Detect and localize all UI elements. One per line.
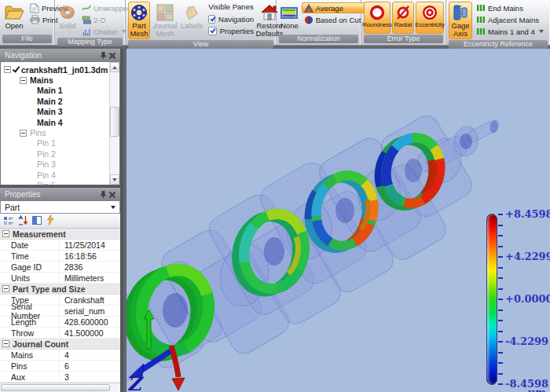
collapse-box-icon[interactable] xyxy=(2,285,9,292)
ribbon-group-mapping-type: Solid Unwrapped 2-D Chatter Mapping Type xyxy=(55,0,126,45)
radial-label: Radial xyxy=(394,22,412,28)
categorized-view-button[interactable] xyxy=(3,215,14,227)
left-panel-column: Navigation crankshaft1_jn01.3dm Mains Ma… xyxy=(0,49,123,392)
tree-item-root[interactable]: crankshaft1_jn01.3dm xyxy=(1,64,109,75)
category-part-type-and-size[interactable]: Part Type and Size xyxy=(0,284,120,295)
pin-icon[interactable] xyxy=(98,190,108,200)
collapse-box-icon[interactable] xyxy=(2,230,9,237)
properties-panel: Properties Part xyxy=(0,188,120,392)
ribbon-group-label-normalization: Normalization xyxy=(279,35,358,43)
scrollbar-thumb[interactable] xyxy=(110,107,119,137)
properties-pane-checkbox[interactable]: Properties xyxy=(208,25,254,36)
scrollbar-track[interactable] xyxy=(110,72,119,174)
tree-item-pins[interactable]: Pins xyxy=(1,127,109,137)
property-row-gage-id[interactable]: Gage ID2836 xyxy=(0,262,120,273)
properties-horizontal-scrollbar[interactable] xyxy=(0,383,120,392)
adjacent-mains-button[interactable]: Adjacent Mains xyxy=(474,14,546,25)
category-measurement[interactable]: Measurement xyxy=(0,229,120,240)
properties-object-select[interactable]: Part xyxy=(0,201,120,214)
scroll-up-button[interactable] xyxy=(110,62,119,72)
adjacent-mains-icon xyxy=(476,16,486,24)
navigation-panel-titlebar: Navigation xyxy=(0,49,120,62)
property-row-pins[interactable]: Pins6 xyxy=(0,361,120,372)
mains-1-and-4-label: Mains 1 and 4 xyxy=(488,27,535,36)
property-row-throw[interactable]: Throw41.500000 xyxy=(0,328,120,339)
scrollbar-thumb[interactable] xyxy=(1,384,110,391)
tree-item-label: Pin 5 xyxy=(37,181,56,185)
color-scale-ticks xyxy=(498,214,503,385)
end-mains-button[interactable]: End Mains xyxy=(474,2,546,13)
part-mesh-button[interactable]: Part Mesh xyxy=(128,2,150,39)
checkmark-icon xyxy=(13,64,20,72)
mains-1-and-4-dropdown-arrow-icon xyxy=(539,30,544,33)
property-pages-button[interactable] xyxy=(31,215,42,227)
navigation-scrollbar[interactable] xyxy=(109,62,119,185)
ribbon-group-eccentricity-reference: Gage Axis End Mains Adjacent Mains Mains… xyxy=(446,0,550,45)
tree-item-pin-3[interactable]: Pin 3 xyxy=(1,159,109,170)
close-icon[interactable] xyxy=(108,190,117,200)
journal-mesh-button[interactable]: Journal Mesh xyxy=(152,2,178,39)
average-label: Average xyxy=(316,4,343,13)
collapse-box-icon[interactable] xyxy=(20,77,27,84)
navigation-tree: crankshaft1_jn01.3dm Mains Main 1 Main 2… xyxy=(1,62,109,185)
eccentricity-icon xyxy=(421,3,438,22)
none-button[interactable]: None xyxy=(279,2,300,34)
tree-item-pin-5[interactable]: Pin 5 xyxy=(1,180,109,185)
solid-label: Solid xyxy=(59,22,75,30)
mains-1-and-4-button[interactable]: Mains 1 and 4 xyxy=(474,26,546,37)
eccentricity-button[interactable]: Eccentricity xyxy=(416,2,444,34)
gage-axis-label: Gage Axis xyxy=(450,22,471,38)
radial-button[interactable]: Radial xyxy=(392,2,414,34)
navigation-checkbox-label: Navigation xyxy=(218,15,254,24)
tree-item-label: Main 2 xyxy=(37,97,63,106)
checkbox-checked-icon xyxy=(208,27,217,35)
tree-item-label: Pin 1 xyxy=(37,138,56,148)
end-mains-label: End Mains xyxy=(488,4,523,13)
navigation-pane-checkbox[interactable]: Navigation xyxy=(208,13,254,24)
tree-item-mains[interactable]: Mains xyxy=(1,75,109,85)
legend-tick-label: +8.4598 xyxy=(505,208,548,220)
printer-icon xyxy=(30,15,40,24)
property-row-aux[interactable]: Aux3 xyxy=(0,372,120,383)
open-button[interactable]: Open xyxy=(2,2,26,34)
tree-item-pin-4[interactable]: Pin 4 xyxy=(1,170,109,180)
property-row-date[interactable]: Date11/25/2014 xyxy=(0,240,120,251)
property-row-mains[interactable]: Mains4 xyxy=(0,350,120,361)
collapse-box-icon[interactable] xyxy=(20,130,27,137)
property-row-units[interactable]: UnitsMillimeters xyxy=(0,273,120,284)
gage-axis-button[interactable]: Gage Axis xyxy=(449,2,472,39)
scroll-down-button[interactable] xyxy=(110,174,119,185)
property-row-length[interactable]: Length428.600000 xyxy=(0,317,120,328)
adjacent-mains-label: Adjacent Mains xyxy=(488,16,539,24)
average-icon xyxy=(304,4,314,13)
model-viewport[interactable]: Z +8.4598 +4.2299 +0.0000 -4.2299 -8.459… xyxy=(126,49,550,392)
category-journal-count[interactable]: Journal Count xyxy=(0,339,120,350)
ribbon-group-view: Part Mesh Journal Mesh Labels Visible Pa… xyxy=(126,0,277,45)
none-label: None xyxy=(280,22,299,30)
end-mains-icon xyxy=(476,4,486,12)
checkbox-checked-icon xyxy=(208,15,215,24)
collapse-box-icon[interactable] xyxy=(4,66,11,73)
tree-item-main-2[interactable]: Main 2 xyxy=(1,96,109,106)
tree-item-pin-2[interactable]: Pin 2 xyxy=(1,148,109,159)
property-row-serial-number[interactable]: Serial Numberserial_num xyxy=(0,306,120,317)
ribbon-group-error-type: Roundness Radial Eccentricity Error Type xyxy=(361,0,446,45)
sort-alphabetical-button[interactable] xyxy=(17,215,28,227)
close-icon[interactable] xyxy=(108,51,117,60)
tree-item-label: crankshaft1_jn01.3dm xyxy=(21,65,108,75)
select-dropdown-arrow-icon xyxy=(111,206,116,209)
solid-button[interactable]: Solid xyxy=(57,2,78,37)
tree-item-pin-1[interactable]: Pin 1 xyxy=(1,138,109,148)
tree-item-main-3[interactable]: Main 3 xyxy=(1,107,109,117)
tree-item-label: Pin 3 xyxy=(37,159,56,169)
tree-item-main-1[interactable]: Main 1 xyxy=(1,86,109,96)
journal-mesh-label: Journal Mesh xyxy=(152,22,177,38)
tree-item-main-4[interactable]: Main 4 xyxy=(1,117,109,127)
labels-button[interactable]: Labels xyxy=(180,2,204,39)
refresh-lightning-button[interactable] xyxy=(46,214,55,227)
collapse-box-icon[interactable] xyxy=(2,340,9,347)
labels-label: Labels xyxy=(181,22,203,30)
pin-icon[interactable] xyxy=(98,51,108,60)
property-row-time[interactable]: Time16:18:56 xyxy=(0,251,120,262)
roundness-button[interactable]: Roundness xyxy=(364,2,390,34)
